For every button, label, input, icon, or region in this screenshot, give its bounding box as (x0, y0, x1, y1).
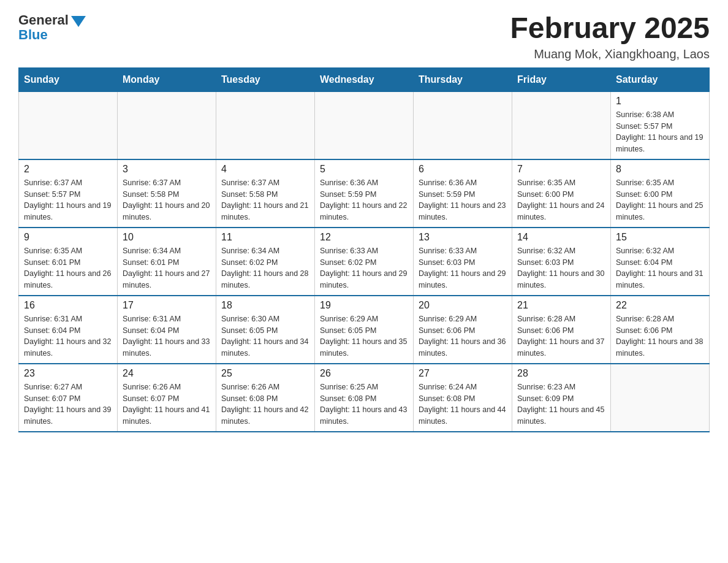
calendar-cell: 14Sunrise: 6:32 AMSunset: 6:03 PMDayligh… (512, 228, 611, 296)
day-info: Sunrise: 6:38 AMSunset: 5:57 PMDaylight:… (616, 109, 704, 155)
day-number: 22 (616, 300, 704, 311)
calendar-week-2: 2Sunrise: 6:37 AMSunset: 5:57 PMDaylight… (19, 159, 710, 228)
day-info: Sunrise: 6:34 AMSunset: 6:02 PMDaylight:… (221, 245, 309, 291)
day-info: Sunrise: 6:23 AMSunset: 6:09 PMDaylight:… (517, 381, 605, 427)
calendar-cell (118, 91, 216, 159)
calendar-cell: 25Sunrise: 6:26 AMSunset: 6:08 PMDayligh… (216, 364, 315, 432)
calendar-cell: 16Sunrise: 6:31 AMSunset: 6:04 PMDayligh… (19, 296, 118, 364)
day-info: Sunrise: 6:35 AMSunset: 6:00 PMDaylight:… (517, 177, 605, 223)
day-number: 16 (24, 300, 112, 311)
calendar-cell: 3Sunrise: 6:37 AMSunset: 5:58 PMDaylight… (118, 159, 216, 228)
weekday-header-saturday: Saturday (611, 67, 710, 91)
day-number: 20 (419, 300, 507, 311)
day-info: Sunrise: 6:26 AMSunset: 6:07 PMDaylight:… (123, 381, 211, 427)
weekday-header-thursday: Thursday (414, 67, 512, 91)
day-info: Sunrise: 6:24 AMSunset: 6:08 PMDaylight:… (419, 381, 507, 427)
logo: General Blue (18, 12, 86, 43)
calendar-cell: 10Sunrise: 6:34 AMSunset: 6:01 PMDayligh… (118, 228, 216, 296)
calendar-cell (216, 91, 315, 159)
day-number: 8 (616, 164, 704, 175)
calendar-cell: 8Sunrise: 6:35 AMSunset: 6:00 PMDaylight… (611, 159, 710, 228)
day-info: Sunrise: 6:30 AMSunset: 6:05 PMDaylight:… (221, 313, 309, 359)
calendar-cell (611, 364, 710, 432)
calendar-cell: 1Sunrise: 6:38 AMSunset: 5:57 PMDaylight… (611, 91, 710, 159)
day-number: 5 (320, 164, 408, 175)
day-info: Sunrise: 6:31 AMSunset: 6:04 PMDaylight:… (24, 313, 112, 359)
day-number: 27 (419, 368, 507, 379)
location-subtitle: Muang Mok, Xiangkhoang, Laos (510, 47, 710, 61)
weekday-header-friday: Friday (512, 67, 611, 91)
calendar-cell (19, 91, 118, 159)
page-header: General Blue February 2025 Muang Mok, Xi… (18, 12, 710, 61)
calendar-week-5: 23Sunrise: 6:27 AMSunset: 6:07 PMDayligh… (19, 364, 710, 432)
calendar-cell: 19Sunrise: 6:29 AMSunset: 6:05 PMDayligh… (315, 296, 414, 364)
weekday-header-monday: Monday (118, 67, 216, 91)
day-info: Sunrise: 6:26 AMSunset: 6:08 PMDaylight:… (221, 381, 309, 427)
calendar-cell: 28Sunrise: 6:23 AMSunset: 6:09 PMDayligh… (512, 364, 611, 432)
day-info: Sunrise: 6:36 AMSunset: 5:59 PMDaylight:… (419, 177, 507, 223)
day-number: 11 (221, 232, 309, 243)
logo-triangle-icon (71, 16, 86, 27)
day-number: 28 (517, 368, 605, 379)
calendar-cell: 2Sunrise: 6:37 AMSunset: 5:57 PMDaylight… (19, 159, 118, 228)
day-info: Sunrise: 6:28 AMSunset: 6:06 PMDaylight:… (616, 313, 704, 359)
weekday-header-wednesday: Wednesday (315, 67, 414, 91)
day-number: 26 (320, 368, 408, 379)
calendar-cell (315, 91, 414, 159)
day-info: Sunrise: 6:34 AMSunset: 6:01 PMDaylight:… (123, 245, 211, 291)
calendar-cell: 22Sunrise: 6:28 AMSunset: 6:06 PMDayligh… (611, 296, 710, 364)
logo-general-text: General (18, 12, 69, 28)
day-info: Sunrise: 6:31 AMSunset: 6:04 PMDaylight:… (123, 313, 211, 359)
day-info: Sunrise: 6:28 AMSunset: 6:06 PMDaylight:… (517, 313, 605, 359)
calendar-cell: 9Sunrise: 6:35 AMSunset: 6:01 PMDaylight… (19, 228, 118, 296)
day-number: 2 (24, 164, 112, 175)
day-number: 15 (616, 232, 704, 243)
day-number: 1 (616, 96, 704, 107)
day-number: 12 (320, 232, 408, 243)
calendar-cell: 23Sunrise: 6:27 AMSunset: 6:07 PMDayligh… (19, 364, 118, 432)
calendar-cell: 27Sunrise: 6:24 AMSunset: 6:08 PMDayligh… (414, 364, 512, 432)
day-number: 3 (123, 164, 211, 175)
month-title: February 2025 (510, 12, 710, 45)
weekday-header-row: SundayMondayTuesdayWednesdayThursdayFrid… (19, 67, 710, 91)
day-info: Sunrise: 6:25 AMSunset: 6:08 PMDaylight:… (320, 381, 408, 427)
calendar-cell: 4Sunrise: 6:37 AMSunset: 5:58 PMDaylight… (216, 159, 315, 228)
day-number: 24 (123, 368, 211, 379)
day-number: 6 (419, 164, 507, 175)
day-number: 18 (221, 300, 309, 311)
day-info: Sunrise: 6:35 AMSunset: 6:01 PMDaylight:… (24, 245, 112, 291)
calendar-table: SundayMondayTuesdayWednesdayThursdayFrid… (18, 67, 710, 432)
day-number: 4 (221, 164, 309, 175)
calendar-cell: 26Sunrise: 6:25 AMSunset: 6:08 PMDayligh… (315, 364, 414, 432)
day-info: Sunrise: 6:27 AMSunset: 6:07 PMDaylight:… (24, 381, 112, 427)
day-info: Sunrise: 6:36 AMSunset: 5:59 PMDaylight:… (320, 177, 408, 223)
calendar-week-4: 16Sunrise: 6:31 AMSunset: 6:04 PMDayligh… (19, 296, 710, 364)
calendar-cell: 15Sunrise: 6:32 AMSunset: 6:04 PMDayligh… (611, 228, 710, 296)
day-number: 17 (123, 300, 211, 311)
calendar-cell: 17Sunrise: 6:31 AMSunset: 6:04 PMDayligh… (118, 296, 216, 364)
day-info: Sunrise: 6:32 AMSunset: 6:03 PMDaylight:… (517, 245, 605, 291)
title-block: February 2025 Muang Mok, Xiangkhoang, La… (510, 12, 710, 61)
day-info: Sunrise: 6:29 AMSunset: 6:06 PMDaylight:… (419, 313, 507, 359)
day-number: 21 (517, 300, 605, 311)
day-info: Sunrise: 6:33 AMSunset: 6:03 PMDaylight:… (419, 245, 507, 291)
calendar-cell: 6Sunrise: 6:36 AMSunset: 5:59 PMDaylight… (414, 159, 512, 228)
calendar-week-3: 9Sunrise: 6:35 AMSunset: 6:01 PMDaylight… (19, 228, 710, 296)
day-number: 19 (320, 300, 408, 311)
calendar-cell: 13Sunrise: 6:33 AMSunset: 6:03 PMDayligh… (414, 228, 512, 296)
day-number: 25 (221, 368, 309, 379)
day-number: 10 (123, 232, 211, 243)
calendar-cell: 5Sunrise: 6:36 AMSunset: 5:59 PMDaylight… (315, 159, 414, 228)
calendar-cell: 12Sunrise: 6:33 AMSunset: 6:02 PMDayligh… (315, 228, 414, 296)
day-number: 14 (517, 232, 605, 243)
day-number: 23 (24, 368, 112, 379)
calendar-cell: 11Sunrise: 6:34 AMSunset: 6:02 PMDayligh… (216, 228, 315, 296)
day-number: 13 (419, 232, 507, 243)
weekday-header-sunday: Sunday (19, 67, 118, 91)
day-info: Sunrise: 6:37 AMSunset: 5:58 PMDaylight:… (221, 177, 309, 223)
calendar-cell: 20Sunrise: 6:29 AMSunset: 6:06 PMDayligh… (414, 296, 512, 364)
day-info: Sunrise: 6:33 AMSunset: 6:02 PMDaylight:… (320, 245, 408, 291)
day-info: Sunrise: 6:29 AMSunset: 6:05 PMDaylight:… (320, 313, 408, 359)
calendar-cell: 7Sunrise: 6:35 AMSunset: 6:00 PMDaylight… (512, 159, 611, 228)
logo-blue-text: Blue (18, 27, 48, 43)
